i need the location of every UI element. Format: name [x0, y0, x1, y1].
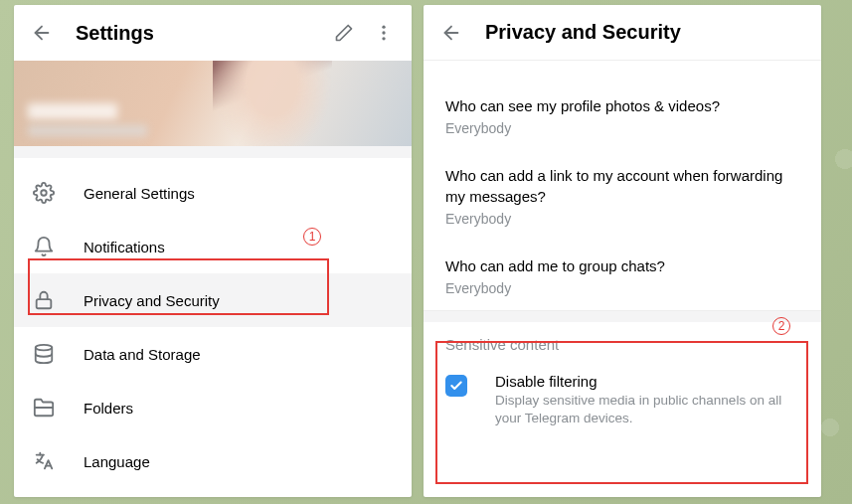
privacy-item-title: Who can add me to group chats?	[445, 256, 799, 276]
back-button[interactable]	[22, 13, 62, 53]
disable-filtering-label: Disable filtering	[495, 373, 799, 390]
sidebar-item-label: Notifications	[84, 239, 165, 255]
svg-point-1	[382, 26, 385, 29]
privacy-item-title: Who can see my profile photos & videos?	[445, 96, 799, 116]
privacy-header: Privacy and Security	[424, 5, 821, 61]
edit-button[interactable]	[324, 13, 364, 53]
privacy-item-photos[interactable]: Who can see my profile photos & videos? …	[424, 81, 821, 150]
disable-filtering-desc: Display sensitive media in public channe…	[495, 392, 799, 427]
sidebar-item-data-storage[interactable]: Data and Storage	[14, 327, 412, 381]
privacy-item-value: Everybody	[445, 120, 799, 136]
arrow-left-icon	[31, 22, 53, 44]
settings-list: General Settings Notifications Privacy a…	[14, 158, 412, 488]
bell-icon	[32, 235, 56, 258]
arrow-left-icon	[440, 22, 462, 44]
privacy-item-title: Who can add a link to my account when fo…	[445, 166, 799, 207]
settings-title: Settings	[76, 22, 324, 45]
more-vertical-icon	[374, 23, 394, 43]
sidebar-item-label: Data and Storage	[84, 346, 201, 363]
disable-filtering-checkbox[interactable]	[445, 375, 467, 397]
lock-icon	[32, 288, 56, 312]
gear-icon	[32, 181, 56, 205]
more-button[interactable]	[364, 13, 404, 53]
privacy-item-value: Everybody	[445, 211, 799, 227]
language-icon	[32, 449, 56, 473]
profile-text	[28, 103, 147, 136]
sidebar-item-label: General Settings	[84, 185, 195, 202]
privacy-item-forward-link[interactable]: Who can add a link to my account when fo…	[424, 150, 821, 241]
folder-icon	[32, 396, 56, 420]
sidebar-item-general[interactable]: General Settings	[14, 166, 412, 220]
settings-panel: Settings General Settings Notifications	[14, 5, 412, 497]
sidebar-item-folders[interactable]: Folders	[14, 381, 412, 434]
svg-point-2	[382, 31, 385, 34]
svg-point-4	[41, 190, 47, 196]
back-button[interactable]	[431, 13, 471, 53]
sidebar-item-label: Privacy and Security	[84, 292, 220, 309]
svg-point-3	[382, 37, 385, 40]
svg-point-6	[36, 345, 53, 351]
privacy-panel: Privacy and Security Who can see my prof…	[424, 5, 821, 497]
database-icon	[32, 342, 56, 366]
privacy-title: Privacy and Security	[485, 21, 813, 44]
disable-filtering-row[interactable]: Disable filtering Display sensitive medi…	[424, 355, 821, 441]
svg-rect-5	[37, 299, 52, 308]
privacy-item-group-chats[interactable]: Who can add me to group chats? Everybody	[424, 241, 821, 310]
sidebar-item-label: Folders	[84, 400, 133, 417]
check-icon	[449, 379, 463, 393]
section-title-sensitive: Sensitive content	[424, 322, 821, 355]
pencil-icon	[334, 23, 354, 43]
settings-header: Settings	[14, 5, 412, 61]
profile-banner[interactable]	[14, 61, 412, 146]
sidebar-item-notifications[interactable]: Notifications	[14, 220, 412, 273]
sidebar-item-language[interactable]: Language	[14, 434, 412, 488]
sidebar-item-label: Language	[84, 453, 150, 470]
sidebar-item-privacy[interactable]: Privacy and Security	[14, 273, 412, 327]
privacy-item-value: Everybody	[445, 280, 799, 296]
